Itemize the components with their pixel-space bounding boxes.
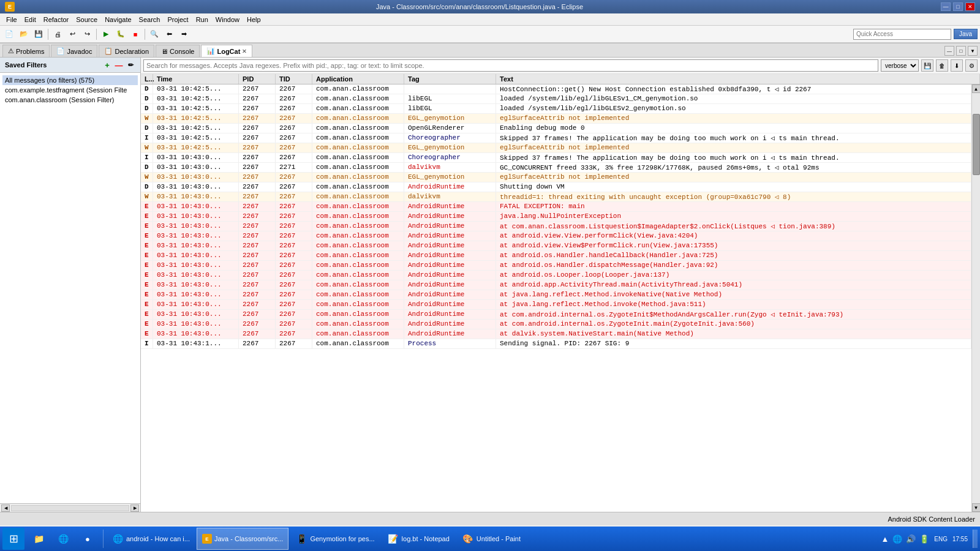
taskbar-eclipse[interactable]: E Java - Classroom/src... [197, 528, 288, 550]
debug-button[interactable]: 🐛 [114, 28, 127, 41]
menu-help[interactable]: Help [243, 15, 265, 24]
log-row[interactable]: E 03-31 10:43:0... 2267 2267 com.anan.cl… [141, 231, 971, 241]
view-menu-button[interactable]: ▼ [968, 46, 978, 56]
network-icon[interactable]: 🌐 [892, 534, 902, 544]
toolbar: 📄 📂 💾 🖨 ↩ ↪ ▶ 🐛 ■ 🔍 ⬅ ➡ Java [0, 26, 980, 43]
taskbar-item-ie[interactable]: 🌐 [51, 528, 75, 550]
filter-classroom[interactable]: com.anan.classroom (Session Filter) [2, 95, 138, 105]
scroll-up-button[interactable]: ▲ [972, 84, 981, 93]
log-row[interactable]: E 03-31 10:43:0... 2267 2267 com.anan.cl… [141, 212, 971, 222]
filter-all[interactable]: All messages (no filters) (575) [2, 75, 138, 85]
tab-logcat[interactable]: 📊 LogCat ✕ [201, 45, 252, 57]
run-button[interactable]: ▶ [99, 28, 113, 41]
sound-icon[interactable]: 🔊 [906, 534, 916, 544]
log-row[interactable]: D 03-31 10:42:5... 2267 2267 com.anan.cl… [141, 104, 971, 114]
taskbar-notepad[interactable]: 📝 log.bt - Notepad [382, 528, 455, 550]
log-row[interactable]: E 03-31 10:43:0... 2267 2267 com.anan.cl… [141, 251, 971, 261]
quick-access-input[interactable] [853, 29, 951, 40]
taskbar-genymotion[interactable]: 📱 Genymotion for pes... [290, 528, 380, 550]
tab-javadoc[interactable]: 📄 Javadoc [51, 45, 97, 57]
log-row[interactable]: E 03-31 10:43:0... 2267 2267 com.anan.cl… [141, 320, 971, 329]
taskbar-item-chrome[interactable]: ● [76, 528, 99, 550]
search-tb-button[interactable]: 🔍 [148, 28, 161, 41]
log-row[interactable]: E 03-31 10:43:0... 2267 2267 com.anan.cl… [141, 222, 971, 231]
menu-source[interactable]: Source [72, 15, 101, 24]
logcat-close-button[interactable]: ✕ [242, 48, 247, 54]
taskbar-paint[interactable]: 🎨 Untitled - Paint [456, 528, 526, 550]
clear-logcat-button[interactable]: 🗑 [936, 59, 948, 72]
log-row[interactable]: E 03-31 10:43:0... 2267 2267 com.anan.cl… [141, 329, 971, 339]
log-row[interactable]: I 03-31 10:42:5... 2267 2267 com.anan.cl… [141, 133, 971, 143]
menu-project[interactable]: Project [164, 15, 192, 24]
vertical-scrollbar[interactable]: ▲ ▼ [971, 84, 980, 512]
menu-navigate[interactable]: Navigate [101, 15, 135, 24]
log-row[interactable]: E 03-31 10:43:0... 2267 2267 com.anan.cl… [141, 310, 971, 320]
save-logcat-button[interactable]: 💾 [921, 59, 933, 72]
menu-search[interactable]: Search [135, 15, 164, 24]
log-row[interactable]: D 03-31 10:43:0... 2267 2271 com.anan.cl… [141, 163, 971, 173]
menu-window[interactable]: Window [212, 15, 243, 24]
edit-filter-button[interactable]: ✏ [126, 60, 135, 70]
remove-filter-button[interactable]: — [114, 60, 124, 70]
log-row[interactable]: W 03-31 10:43:0... 2267 2267 com.anan.cl… [141, 173, 971, 182]
log-row[interactable]: W 03-31 10:42:5... 2267 2267 com.anan.cl… [141, 143, 971, 153]
navigate-button[interactable]: ⬅ [162, 28, 176, 41]
add-filter-button[interactable]: + [102, 60, 112, 70]
menu-file[interactable]: File [2, 15, 21, 24]
log-row[interactable]: W 03-31 10:43:0... 2267 2267 com.anan.cl… [141, 192, 971, 202]
start-button[interactable]: ⊞ [2, 528, 24, 550]
redo-button[interactable]: ↪ [80, 28, 94, 41]
menu-run[interactable]: Run [192, 15, 212, 24]
logcat-search-input[interactable] [143, 59, 878, 72]
sidebar-scroll-right[interactable]: ▶ [130, 504, 139, 512]
menu-refactor[interactable]: Refactor [40, 15, 73, 24]
log-row[interactable]: W 03-31 10:42:5... 2267 2267 com.anan.cl… [141, 114, 971, 124]
tray-up-arrow[interactable]: ▲ [881, 534, 889, 544]
log-row[interactable]: D 03-31 10:43:0... 2267 2267 com.anan.cl… [141, 182, 971, 192]
log-row[interactable]: E 03-31 10:43:0... 2267 2267 com.anan.cl… [141, 271, 971, 280]
scroll-down-button[interactable]: ▼ [972, 503, 981, 512]
log-row[interactable]: E 03-31 10:43:0... 2267 2267 com.anan.cl… [141, 261, 971, 271]
tab-problems[interactable]: ⚠ Problems [2, 45, 50, 57]
log-row[interactable]: I 03-31 10:43:1... 2267 2267 com.anan.cl… [141, 339, 971, 349]
battery-icon[interactable]: 🔋 [919, 534, 929, 544]
log-row[interactable]: E 03-31 10:43:0... 2267 2267 com.anan.cl… [141, 300, 971, 310]
menu-edit[interactable]: Edit [21, 15, 40, 24]
taskbar-android-question[interactable]: 🌐 android - How can i... [106, 528, 195, 550]
stop-button[interactable]: ■ [129, 28, 142, 41]
log-row[interactable]: D 03-31 10:42:5... 2267 2267 com.anan.cl… [141, 124, 971, 133]
sidebar: Saved Filters + — ✏ All messages (no fil… [0, 58, 141, 512]
sidebar-scrollbar[interactable] [11, 505, 129, 511]
open-button[interactable]: 📂 [17, 28, 31, 41]
new-button[interactable]: 📄 [2, 28, 16, 41]
verbose-select[interactable]: verbose debug info warn error [881, 59, 919, 72]
show-desktop-button[interactable] [973, 530, 978, 548]
minimize-view-button[interactable]: — [944, 46, 954, 56]
save-button[interactable]: 💾 [32, 28, 45, 41]
scroll-track[interactable] [972, 93, 980, 503]
log-row[interactable]: D 03-31 10:42:5... 2267 2267 com.anan.cl… [141, 84, 971, 94]
scroll-thumb[interactable] [973, 114, 980, 176]
tab-console[interactable]: 🖥 Console [156, 45, 200, 57]
maximize-button[interactable]: □ [953, 2, 963, 11]
forward-button[interactable]: ➡ [177, 28, 190, 41]
log-row[interactable]: E 03-31 10:43:0... 2267 2267 com.anan.cl… [141, 290, 971, 300]
taskbar-item-explorer[interactable]: 📁 [27, 528, 50, 550]
stackoverflow-icon: 🌐 [111, 533, 124, 545]
undo-button[interactable]: ↩ [66, 28, 79, 41]
log-row[interactable]: E 03-31 10:43:0... 2267 2267 com.anan.cl… [141, 241, 971, 251]
filter-testfragment[interactable]: com.example.testfragment (Session Filte [2, 85, 138, 95]
scroll-end-button[interactable]: ⬇ [951, 59, 963, 72]
java-perspective-button[interactable]: Java [954, 29, 978, 39]
log-row[interactable]: E 03-31 10:43:0... 2267 2267 com.anan.cl… [141, 280, 971, 290]
log-row[interactable]: I 03-31 10:43:0... 2267 2267 com.anan.cl… [141, 153, 971, 163]
tab-declaration[interactable]: 📋 Declaration [99, 45, 154, 57]
minimize-button[interactable]: — [941, 2, 951, 11]
maximize-view-button[interactable]: □ [956, 46, 966, 56]
view-options-button[interactable]: ⚙ [965, 59, 978, 72]
sidebar-scroll-left[interactable]: ◀ [1, 504, 10, 512]
print-button[interactable]: 🖨 [51, 28, 64, 41]
log-row[interactable]: E 03-31 10:43:0... 2267 2267 com.anan.cl… [141, 202, 971, 212]
log-row[interactable]: D 03-31 10:42:5... 2267 2267 com.anan.cl… [141, 94, 971, 104]
close-button[interactable]: ✕ [965, 2, 975, 11]
